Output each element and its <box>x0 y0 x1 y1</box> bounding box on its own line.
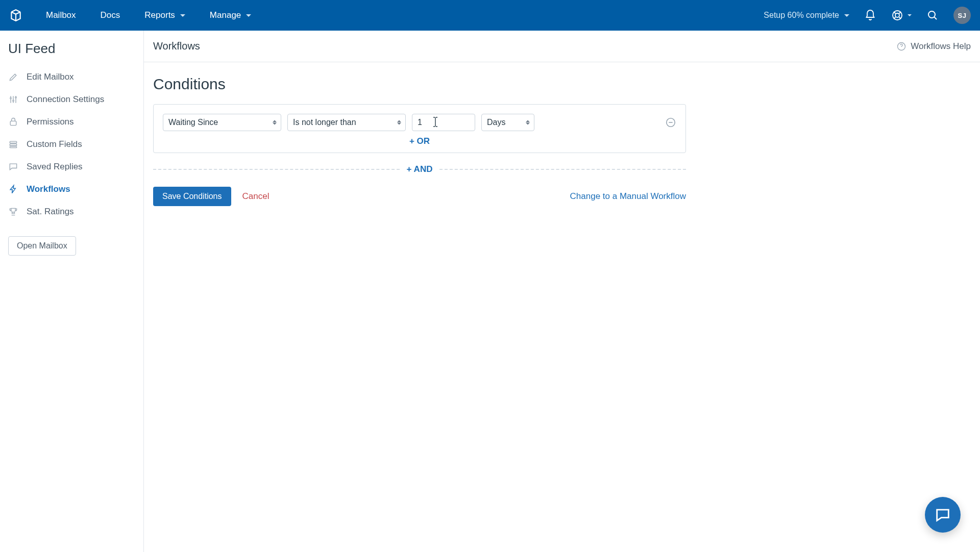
sidebar-item-edit-mailbox[interactable]: Edit Mailbox <box>0 66 143 88</box>
select-value: Waiting Since <box>168 118 218 127</box>
sidebar-item-permissions[interactable]: Permissions <box>0 111 143 133</box>
condition-unit-select[interactable]: Days <box>481 114 534 131</box>
page-title: Workflows <box>153 40 200 52</box>
help-circle-icon <box>896 41 906 52</box>
main-header: Workflows Workflows Help <box>144 31 980 62</box>
and-row: + AND <box>153 164 686 174</box>
setup-progress-link[interactable]: Setup 60% complete <box>764 11 849 20</box>
app-logo-icon[interactable] <box>9 9 22 22</box>
condition-value-input[interactable] <box>412 114 475 131</box>
svg-rect-9 <box>10 146 16 148</box>
sidebar-item-label: Sat. Ratings <box>27 207 74 217</box>
top-nav-right: Setup 60% complete SJ <box>764 7 971 24</box>
pencil-icon <box>8 72 18 82</box>
nav-docs[interactable]: Docs <box>90 0 131 31</box>
help-buoy-icon[interactable] <box>891 9 912 21</box>
svg-point-2 <box>928 11 935 18</box>
dash-right <box>439 169 686 170</box>
select-value: Days <box>487 118 505 127</box>
nav-mailbox[interactable]: Mailbox <box>36 0 86 31</box>
help-link-label: Workflows Help <box>911 41 971 52</box>
remove-condition-button[interactable] <box>665 117 676 128</box>
svg-point-1 <box>895 13 899 17</box>
chat-icon <box>8 162 18 172</box>
notifications-icon[interactable] <box>864 9 877 22</box>
condition-group: Waiting Since Is not longer than Days <box>153 104 686 153</box>
minus-circle-icon <box>665 117 676 128</box>
nav-reports[interactable]: Reports <box>134 0 195 31</box>
dash-left <box>153 169 400 170</box>
actions-row: Save Conditions Cancel Change to a Manua… <box>153 187 686 206</box>
bolt-icon <box>8 184 18 194</box>
shell: UI Feed Edit Mailbox Connection Settings… <box>0 31 980 552</box>
nav-manage[interactable]: Manage <box>200 0 261 31</box>
svg-rect-8 <box>10 144 16 145</box>
sidebar-item-sat-ratings[interactable]: Sat. Ratings <box>0 200 143 223</box>
trophy-icon <box>8 207 18 217</box>
lock-icon <box>8 117 18 127</box>
value-input-wrap <box>412 114 475 131</box>
workflows-help-link[interactable]: Workflows Help <box>896 41 971 52</box>
save-conditions-button[interactable]: Save Conditions <box>153 187 231 206</box>
select-value: Is not longer than <box>293 118 356 127</box>
sidebar-title: UI Feed <box>0 41 143 66</box>
sidebar-item-connection-settings[interactable]: Connection Settings <box>0 88 143 111</box>
main: Workflows Workflows Help Conditions Wait… <box>144 31 980 552</box>
svg-rect-6 <box>10 121 16 125</box>
chat-bubble-icon <box>934 506 951 523</box>
user-avatar[interactable]: SJ <box>953 7 971 24</box>
search-icon[interactable] <box>926 9 939 22</box>
content: Conditions Waiting Since Is not longer t… <box>144 62 980 219</box>
sidebar-item-label: Workflows <box>27 184 70 194</box>
section-title: Conditions <box>153 76 971 93</box>
open-mailbox-button[interactable]: Open Mailbox <box>8 236 76 256</box>
sidebar-item-label: Custom Fields <box>27 139 82 149</box>
sidebar-item-label: Connection Settings <box>27 94 104 105</box>
condition-field-select[interactable]: Waiting Since <box>163 114 281 131</box>
top-nav: Mailbox Docs Reports Manage Setup 60% co… <box>0 0 980 31</box>
sidebar-item-custom-fields[interactable]: Custom Fields <box>0 133 143 156</box>
sidebar-item-label: Saved Replies <box>27 162 83 172</box>
svg-rect-7 <box>10 141 16 143</box>
select-arrows-icon <box>397 120 401 125</box>
select-arrows-icon <box>273 120 277 125</box>
condition-row: Waiting Since Is not longer than Days <box>163 114 676 131</box>
select-arrows-icon <box>526 120 530 125</box>
sidebar-item-workflows[interactable]: Workflows <box>0 178 143 200</box>
sliders-icon <box>8 94 18 105</box>
help-fab-button[interactable] <box>925 497 961 533</box>
sidebar-item-label: Permissions <box>27 117 74 127</box>
list-icon <box>8 139 18 149</box>
top-nav-left: Mailbox Docs Reports Manage <box>9 0 261 31</box>
sidebar-item-saved-replies[interactable]: Saved Replies <box>0 156 143 178</box>
sidebar-item-label: Edit Mailbox <box>27 72 74 82</box>
text-cursor-icon <box>432 116 438 128</box>
condition-operator-select[interactable]: Is not longer than <box>287 114 406 131</box>
add-or-condition-link[interactable]: + OR <box>163 136 676 146</box>
change-to-manual-link[interactable]: Change to a Manual Workflow <box>570 191 686 202</box>
add-and-condition-link[interactable]: + AND <box>400 164 440 174</box>
sidebar: UI Feed Edit Mailbox Connection Settings… <box>0 31 144 552</box>
cancel-link[interactable]: Cancel <box>242 191 270 202</box>
